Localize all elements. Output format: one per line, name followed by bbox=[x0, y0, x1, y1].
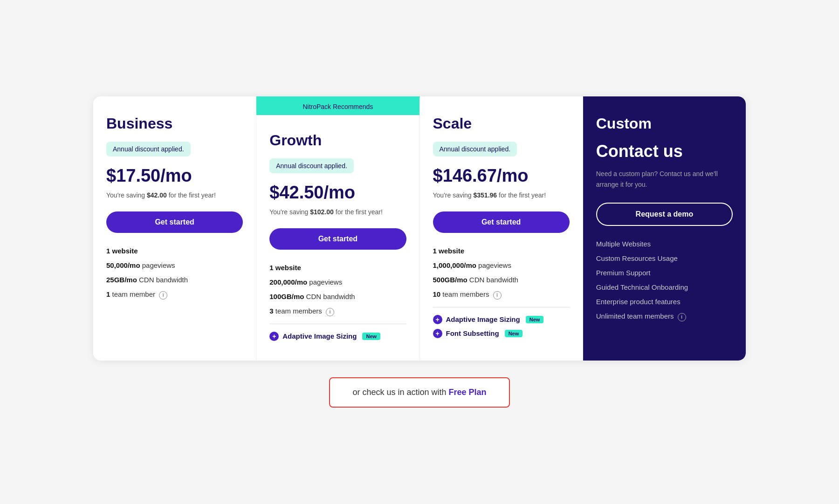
custom-description: Need a custom plan? Contact us and we'll… bbox=[596, 169, 733, 190]
plus-icon-adaptive-growth: + bbox=[269, 332, 279, 341]
get-started-button-scale[interactable]: Get started bbox=[433, 211, 570, 233]
discount-badge-business: Annual discount applied. bbox=[106, 142, 191, 157]
feature-adaptive-image-growth: + Adaptive Image Sizing New bbox=[269, 332, 406, 341]
feature-pageviews-business: 50,000/mo pageviews bbox=[106, 260, 243, 270]
features-list-scale: 1 website 1,000,000/mo pageviews 500GB/m… bbox=[433, 246, 570, 300]
plan-name-business: Business bbox=[106, 115, 243, 132]
feature-team-growth: 3 team members i bbox=[269, 306, 406, 316]
plan-card-scale: Scale Annual discount applied. $146.67/m… bbox=[420, 96, 583, 361]
savings-business: You're saving $42.00 for the first year! bbox=[106, 191, 243, 200]
plan-card-business: Business Annual discount applied. $17.50… bbox=[93, 96, 256, 361]
adaptive-image-label-scale: Adaptive Image Sizing bbox=[446, 315, 520, 323]
discount-badge-scale: Annual discount applied. bbox=[433, 142, 517, 157]
recommended-badge: NitroPack Recommends bbox=[256, 98, 419, 115]
features-list-business: 1 website 50,000/mo pageviews 25GB/mo CD… bbox=[106, 246, 243, 300]
info-icon-team-scale[interactable]: i bbox=[493, 291, 502, 300]
price-scale: $146.67/mo bbox=[433, 166, 570, 186]
discount-badge-growth: Annual discount applied. bbox=[269, 158, 354, 173]
feature-divider-scale bbox=[433, 307, 570, 307]
features-list-custom: Multiple Websites Custom Resources Usage… bbox=[596, 239, 733, 321]
info-icon-team-business[interactable]: i bbox=[159, 291, 167, 300]
feature-pageviews-scale: 1,000,000/mo pageviews bbox=[433, 260, 570, 270]
feature-cdn-growth: 100GB/mo CDN bandwidth bbox=[269, 292, 406, 301]
feature-websites-scale: 1 website bbox=[433, 246, 570, 256]
feature-unlimited-team: Unlimited team members i bbox=[596, 311, 733, 321]
new-badge-adaptive-scale: New bbox=[526, 316, 544, 323]
price-business: $17.50/mo bbox=[106, 166, 243, 186]
feature-cdn-business: 25GB/mo CDN bandwidth bbox=[106, 275, 243, 285]
price-growth: $42.50/mo bbox=[269, 183, 406, 203]
free-plan-section: or check us in action with Free Plan bbox=[329, 377, 509, 408]
feature-adaptive-image-scale: + Adaptive Image Sizing New bbox=[433, 315, 570, 324]
plan-card-growth: NitroPack Recommends Growth Annual disco… bbox=[256, 96, 420, 361]
plus-icon-font-scale: + bbox=[433, 329, 442, 338]
feature-team-business: 1 team member i bbox=[106, 289, 243, 300]
free-plan-prefix: or check us in action with bbox=[352, 388, 448, 397]
free-plan-box: or check us in action with Free Plan bbox=[329, 377, 509, 408]
feature-guided-onboarding: Guided Technical Onboarding bbox=[596, 282, 733, 292]
contact-title: Contact us bbox=[596, 142, 733, 161]
feature-premium-support: Premium Support bbox=[596, 268, 733, 278]
feature-multiple-websites: Multiple Websites bbox=[596, 239, 733, 249]
plan-name-custom: Custom bbox=[596, 115, 733, 132]
plan-name-scale: Scale bbox=[433, 115, 570, 132]
get-started-button-growth[interactable]: Get started bbox=[269, 228, 406, 250]
feature-divider-growth bbox=[269, 324, 406, 324]
features-list-growth: 1 website 200,000/mo pageviews 100GB/mo … bbox=[269, 263, 406, 316]
pricing-cards: Business Annual discount applied. $17.50… bbox=[93, 96, 746, 361]
font-subsetting-label-scale: Font Subsetting bbox=[446, 329, 499, 337]
new-badge-font-scale: New bbox=[505, 330, 523, 337]
feature-font-subsetting-scale: + Font Subsetting New bbox=[433, 329, 570, 338]
get-started-button-business[interactable]: Get started bbox=[106, 211, 243, 233]
feature-pageviews-growth: 200,000/mo pageviews bbox=[269, 277, 406, 287]
feature-enterprise: Enterprise product features bbox=[596, 297, 733, 306]
free-plan-link[interactable]: Free Plan bbox=[449, 388, 487, 397]
plan-card-custom: Custom Contact us Need a custom plan? Co… bbox=[583, 96, 746, 361]
savings-growth: You're saving $102.00 for the first year… bbox=[269, 207, 406, 217]
plus-icon-adaptive-scale: + bbox=[433, 315, 442, 324]
info-icon-team-growth[interactable]: i bbox=[326, 308, 334, 316]
info-icon-team-custom[interactable]: i bbox=[678, 313, 686, 321]
request-demo-button[interactable]: Request a demo bbox=[596, 203, 733, 226]
feature-custom-resources: Custom Resources Usage bbox=[596, 253, 733, 263]
feature-websites-business: 1 website bbox=[106, 246, 243, 256]
savings-scale: You're saving $351.96 for the first year… bbox=[433, 191, 570, 200]
pricing-wrapper: Business Annual discount applied. $17.50… bbox=[93, 96, 746, 408]
feature-cdn-scale: 500GB/mo CDN bandwidth bbox=[433, 275, 570, 285]
plan-name-growth: Growth bbox=[269, 132, 406, 149]
feature-websites-growth: 1 website bbox=[269, 263, 406, 272]
new-badge-adaptive-growth: New bbox=[362, 333, 380, 340]
feature-team-scale: 10 team members i bbox=[433, 289, 570, 300]
adaptive-image-label-growth: Adaptive Image Sizing bbox=[282, 332, 357, 340]
